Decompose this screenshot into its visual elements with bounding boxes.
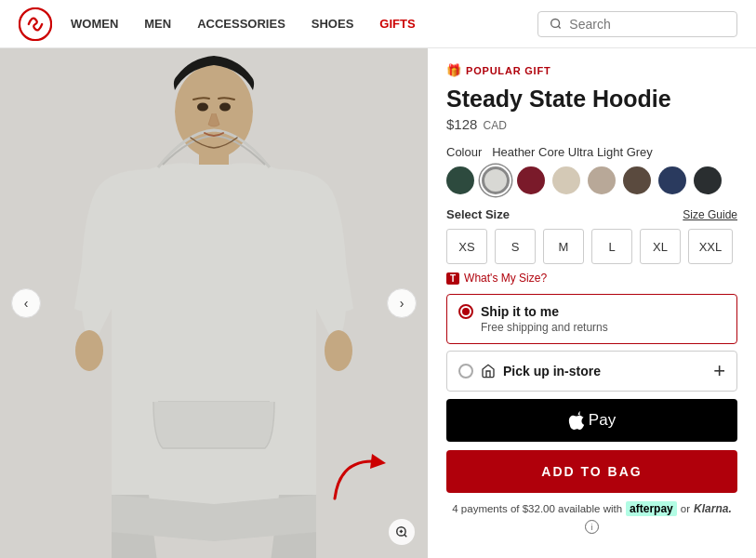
color-label: Colour: [446, 145, 482, 159]
ship-title: Ship it to me: [481, 304, 559, 319]
lululemon-logo[interactable]: [19, 7, 52, 41]
size-xl[interactable]: XL: [640, 229, 681, 264]
svg-marker-10: [370, 454, 386, 469]
klarna-logo: Klarna.: [694, 502, 732, 515]
size-icon: T: [446, 272, 459, 285]
search-icon: [550, 17, 562, 31]
ship-subtitle: Free shipping and returns: [481, 321, 725, 334]
prev-image-button[interactable]: ‹: [11, 288, 41, 318]
prev-icon: ‹: [24, 296, 29, 311]
badge-label: POPULAR GIFT: [466, 65, 551, 76]
color-section: Colour Heather Core Ultra Light Grey: [446, 145, 737, 194]
svg-point-8: [75, 330, 103, 371]
apple-pay-button[interactable]: Pay: [446, 399, 737, 442]
nav-accessories[interactable]: ACCESSORIES: [197, 17, 285, 31]
whats-my-size[interactable]: T What's My Size?: [446, 272, 737, 285]
color-swatch-dark-green[interactable]: [446, 166, 474, 194]
afterpay-logo: afterpay: [626, 501, 677, 516]
search-input[interactable]: [569, 17, 725, 32]
info-icon[interactable]: i: [585, 520, 599, 534]
size-m[interactable]: M: [543, 229, 584, 264]
main-content: ‹ › 🎁 POPULAR GIFT Steady State Hoodie $…: [0, 48, 756, 558]
size-guide-link[interactable]: Size Guide: [683, 208, 737, 221]
next-icon: ›: [400, 296, 405, 311]
size-s[interactable]: S: [495, 229, 536, 264]
pickup-title: Pick up in-store: [503, 364, 601, 379]
size-buttons: XS S M L XL XXL: [446, 229, 737, 264]
svg-point-1: [551, 20, 560, 28]
color-swatch-beige[interactable]: [552, 166, 580, 194]
next-image-button[interactable]: ›: [387, 288, 417, 318]
color-swatches: [446, 166, 737, 194]
search-box: [537, 11, 737, 37]
whats-my-size-label: What's My Size?: [464, 272, 547, 285]
pickup-plus-icon: +: [713, 361, 725, 381]
product-details: 🎁 POPULAR GIFT Steady State Hoodie $128 …: [428, 48, 756, 558]
color-swatch-navy[interactable]: [658, 166, 686, 194]
size-l[interactable]: L: [591, 229, 632, 264]
color-swatch-dark-charcoal[interactable]: [694, 166, 722, 194]
afterpay-or: or: [681, 503, 690, 514]
nav-men[interactable]: MEN: [144, 17, 171, 31]
nav-women[interactable]: WOMEN: [71, 17, 118, 31]
svg-point-6: [197, 103, 208, 112]
color-separator: [485, 145, 489, 159]
svg-point-7: [219, 103, 231, 112]
ship-radio: [458, 304, 473, 319]
size-section: Select Size Size Guide XS S M L XL XXL T…: [446, 207, 737, 285]
size-xxl[interactable]: XXL: [688, 229, 733, 264]
afterpay-text: 4 payments of $32.00 available with: [452, 503, 622, 514]
size-label: Select Size: [446, 207, 510, 221]
color-swatch-burgundy[interactable]: [517, 166, 545, 194]
pickup-option[interactable]: Pick up in-store +: [446, 351, 737, 392]
color-swatch-dark-brown[interactable]: [623, 166, 651, 194]
store-icon: [481, 364, 496, 379]
add-to-bag-button[interactable]: ADD TO BAG: [446, 450, 737, 493]
color-swatch-tan[interactable]: [588, 166, 616, 194]
size-xs[interactable]: XS: [446, 229, 487, 264]
navigation: WOMEN MEN ACCESSORIES SHOES GIFTS: [0, 0, 756, 48]
color-name: Heather Core Ultra Light Grey: [492, 145, 653, 159]
product-price: $128 CAD: [446, 116, 737, 132]
color-label-row: Colour Heather Core Ultra Light Grey: [446, 145, 737, 159]
apple-logo-icon: [568, 411, 585, 430]
shipping-section: Ship it to me Free shipping and returns …: [446, 294, 737, 392]
pickup-radio: [458, 364, 473, 379]
gift-icon: 🎁: [446, 63, 461, 77]
zoom-icon: [395, 525, 408, 538]
popular-gift-badge: 🎁 POPULAR GIFT: [446, 63, 737, 77]
nav-links: WOMEN MEN ACCESSORIES SHOES GIFTS: [71, 17, 537, 31]
price-currency: CAD: [484, 119, 507, 132]
afterpay-row: 4 payments of $32.00 available with afte…: [446, 501, 737, 534]
product-title: Steady State Hoodie: [446, 85, 737, 113]
nav-shoes[interactable]: SHOES: [312, 17, 354, 31]
nav-gifts[interactable]: GIFTS: [379, 17, 415, 31]
ship-option[interactable]: Ship it to me Free shipping and returns: [446, 294, 737, 344]
price-amount: $128: [446, 116, 477, 132]
product-image-area: ‹ ›: [0, 48, 428, 558]
apple-pay-label: Pay: [589, 411, 616, 430]
svg-point-9: [325, 330, 352, 371]
red-arrow-overlay: [325, 443, 400, 512]
zoom-button[interactable]: [389, 519, 415, 545]
size-header: Select Size Size Guide: [446, 207, 737, 221]
color-swatch-light-grey[interactable]: [482, 166, 510, 194]
